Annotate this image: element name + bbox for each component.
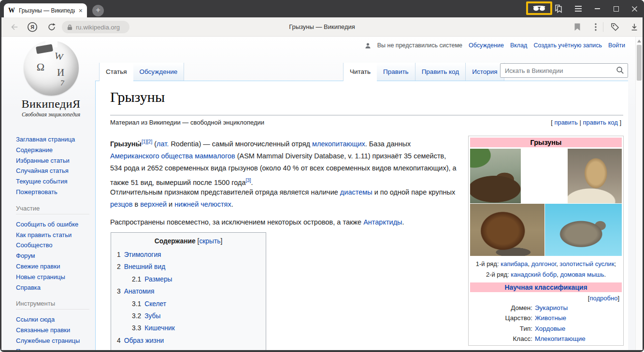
toc-link[interactable]: Этимология — [124, 251, 161, 258]
wiki-link[interactable]: домовая мышь — [560, 271, 604, 278]
taxonomy-value-link[interactable]: Млекопитающие — [535, 334, 586, 344]
toc-item[interactable]: 3.2Зубы — [117, 310, 260, 322]
tab-history[interactable]: История — [466, 63, 504, 81]
yandex-home-icon[interactable]: Я — [27, 21, 38, 33]
more-options-icon[interactable] — [590, 21, 601, 33]
sidebar-item-community[interactable]: Сообщество — [16, 240, 89, 251]
sidebar-item-report-error[interactable]: Сообщить об ошибке — [16, 219, 89, 230]
article-content: Грызуны Материал из Википедии — свободно… — [95, 81, 628, 350]
wiki-link[interactable]: капибара — [501, 260, 528, 268]
tab-article[interactable]: Статья — [99, 63, 133, 81]
sidebar-item-contents[interactable]: Содержание — [16, 145, 89, 155]
sidebar-item-how-to-edit[interactable]: Как править статьи — [16, 230, 89, 240]
new-tab-button[interactable]: + — [92, 5, 104, 16]
tab-discussion[interactable]: Обсуждение — [133, 63, 185, 81]
toc-item[interactable]: 3.1Скелет — [117, 298, 260, 310]
scrollbar-thumb[interactable] — [637, 45, 642, 81]
wiki-link[interactable]: резцов — [110, 200, 132, 208]
toc-item[interactable]: 3Анатомия — [117, 285, 260, 297]
toc-link[interactable]: Внешний вид — [124, 263, 166, 270]
sidebar-item-permanent-link[interactable]: Постоянная ссылка — [16, 346, 89, 350]
wiki-link[interactable]: нижней челюстях — [174, 200, 231, 208]
sidebar-item-related-changes[interactable]: Связанные правки — [16, 325, 89, 336]
close-window-icon[interactable] — [629, 0, 640, 17]
wiki-link[interactable]: Американского общества маммалогов — [110, 152, 235, 160]
address-bar[interactable]: ru.wikipedia.org — [62, 21, 129, 33]
toc-link[interactable]: Скелет — [144, 300, 166, 308]
scientific-classification-header[interactable]: Научная классификация — [470, 282, 622, 292]
personal-link-talk[interactable]: Обсуждение — [469, 42, 504, 49]
toc-link[interactable]: Зубы — [144, 312, 160, 320]
toc-link[interactable]: Размеры — [144, 276, 172, 283]
tab-close-icon[interactable]: × — [79, 7, 83, 14]
wiki-link[interactable]: подробно — [589, 295, 617, 302]
beaver-image[interactable] — [470, 204, 544, 256]
bookmark-icon[interactable] — [572, 21, 583, 33]
wikipedia-logo[interactable]: Ω W И 7 ВикипедиЯ Свободная энциклопедия — [14, 40, 88, 117]
sidebar-item-main-page[interactable]: Заглавная страница — [16, 134, 89, 145]
sidebar-item-donate[interactable]: Пожертвовать — [16, 187, 89, 197]
house-mouse-image[interactable] — [545, 204, 622, 256]
minimize-icon[interactable] — [591, 0, 603, 17]
search-input[interactable] — [500, 63, 628, 78]
wiki-link[interactable]: золотистый суслик — [559, 260, 614, 268]
menu-icon[interactable] — [572, 0, 584, 17]
wiki-link[interactable]: лат. — [157, 140, 169, 148]
wiki-link[interactable]: [3] — [245, 178, 251, 183]
page-scrollbar[interactable] — [635, 37, 643, 350]
personal-link-contribs[interactable]: Вклад — [510, 42, 528, 49]
wiki-link[interactable]: [1] — [142, 139, 147, 144]
sidebar-item-special-pages[interactable]: Служебные страницы — [16, 336, 89, 346]
capybara-image[interactable] — [470, 149, 521, 203]
reload-icon[interactable] — [46, 21, 57, 33]
back-icon[interactable] — [8, 21, 20, 33]
toc-link[interactable]: Кишечник — [144, 324, 175, 332]
sidebar-item-help[interactable]: Справка — [16, 282, 89, 293]
toc-link[interactable]: Образ жизни — [124, 337, 164, 344]
scroll-up-icon[interactable] — [637, 40, 641, 42]
side-panels-icon[interactable] — [553, 0, 564, 17]
tab-edit[interactable]: Править — [377, 63, 415, 81]
maximize-icon[interactable] — [610, 0, 622, 17]
sidebar-item-what-links-here[interactable]: Ссылки сюда — [16, 314, 89, 325]
search-icon[interactable] — [616, 66, 624, 76]
wiki-link[interactable]: млекопитающих — [312, 140, 365, 148]
collections-icon[interactable] — [609, 21, 621, 33]
toc-link[interactable]: Питание — [144, 349, 171, 350]
browser-tab[interactable]: W Грызуны — Википедия × — [4, 3, 87, 17]
springhare-image[interactable] — [521, 149, 567, 203]
wiki-link[interactable]: скрыть — [199, 238, 220, 245]
toc-item[interactable]: 2.1Размеры — [117, 273, 260, 285]
toc-item[interactable]: 4Образ жизни — [117, 335, 260, 347]
browser-tab-title: Грызуны — Википедия — [19, 7, 75, 14]
sidebar-item-featured[interactable]: Избранные статьи — [16, 155, 89, 166]
wiki-link[interactable]: править код — [583, 119, 617, 126]
wiki-link[interactable]: канадский бобр — [511, 271, 557, 278]
sidebar-item-forum[interactable]: Форум — [16, 251, 89, 261]
taxonomy-value-link[interactable]: Хордовые — [535, 324, 565, 334]
taxonomy-value-link[interactable]: Животные — [535, 313, 566, 323]
wiki-link[interactable]: Антарктиды — [363, 218, 402, 226]
sidebar-item-current-events[interactable]: Текущие события — [16, 176, 89, 187]
wiki-link[interactable]: править — [554, 119, 577, 126]
sidebar-item-new-pages[interactable]: Новые страницы — [16, 272, 89, 282]
personal-link-create-account[interactable]: Создать учётную запись — [533, 42, 602, 49]
golden-ground-squirrel-image[interactable] — [568, 149, 622, 203]
tab-edit-source[interactable]: Править код — [415, 63, 466, 81]
sidebar-item-random[interactable]: Случайная статья — [16, 166, 89, 176]
tab-read[interactable]: Читать — [343, 63, 377, 81]
wiki-link[interactable]: верхней — [140, 200, 167, 208]
toc-item[interactable]: 1Этимология — [117, 249, 260, 261]
toc-item[interactable]: 4.1Питание — [117, 347, 260, 350]
wiki-link[interactable]: [2] — [147, 139, 152, 144]
toc-item[interactable]: 3.3Кишечник — [117, 322, 260, 334]
incognito-glasses-icon[interactable] — [532, 5, 546, 11]
personal-link-login[interactable]: Войти — [608, 42, 625, 49]
download-icon[interactable] — [629, 21, 640, 33]
wiki-link[interactable]: диастемы — [340, 188, 372, 196]
taxonomy-value-link[interactable]: Эукариоты — [535, 303, 568, 313]
toc-link[interactable]: Анатомия — [124, 288, 155, 295]
sidebar-item-recent-changes[interactable]: Свежие правки — [16, 261, 89, 272]
wiki-link[interactable]: долгоног — [531, 260, 556, 268]
toc-item[interactable]: 2Внешний вид — [117, 261, 260, 273]
